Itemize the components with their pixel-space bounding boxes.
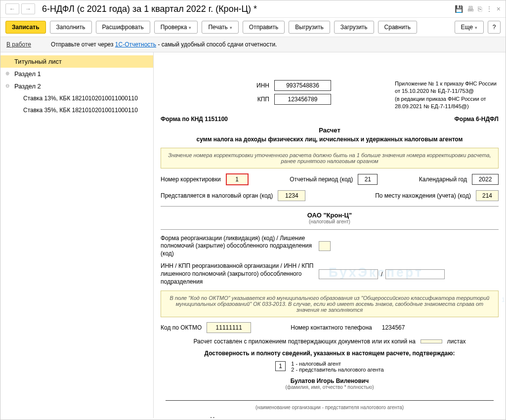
fill-button[interactable]: Заполнить bbox=[50, 21, 92, 34]
rep-org-sub: (наименование организации - представител… bbox=[161, 405, 499, 410]
compare-button[interactable]: Сравнить bbox=[378, 21, 417, 34]
location-field[interactable]: 214 bbox=[476, 190, 499, 201]
kpp-field[interactable]: 123456789 bbox=[274, 94, 331, 105]
phone-field[interactable]: 1234567 bbox=[382, 324, 405, 331]
location-label: По месту нахождения (учета) (код) bbox=[375, 192, 471, 199]
reorg-inn-label: ИНН / КПП реорганизованной организации /… bbox=[161, 262, 314, 286]
oktmo-note: В поле "Код по ОКТМО" указывается код му… bbox=[161, 291, 499, 317]
print-icon[interactable]: 🖶 bbox=[467, 5, 474, 13]
correction-field[interactable]: 1 bbox=[226, 173, 249, 185]
pages-label-pre: Расчет составлен с приложением подтвержд… bbox=[193, 338, 415, 345]
nav-back-button[interactable]: ← bbox=[5, 3, 19, 14]
tax-authority-label: Представляется в налоговый орган (код) bbox=[161, 192, 273, 199]
confirm-title: Достоверность и полноту сведений, указан… bbox=[161, 350, 499, 357]
form-title-1: Расчет bbox=[161, 126, 499, 134]
correction-note: Значение номера корректировки уточненног… bbox=[161, 148, 499, 168]
knd-code: Форма по КНД 1151100 bbox=[161, 116, 228, 123]
reporting-link[interactable]: 1С-Отчетность bbox=[115, 41, 156, 48]
kpp-label: КПП bbox=[254, 96, 269, 103]
org-sub: (налоговый агент) bbox=[161, 219, 499, 224]
tree-section-2[interactable]: ⊖Раздел 2 bbox=[0, 80, 153, 92]
pages-field[interactable] bbox=[421, 339, 442, 343]
appendix-text: Приложение № 1 к приказу ФНС России от 1… bbox=[395, 80, 499, 111]
oktmo-label: Код по ОКТМО bbox=[161, 324, 202, 331]
year-label: Календарный год bbox=[419, 176, 467, 183]
save-button[interactable]: Записать bbox=[5, 21, 46, 34]
check-button[interactable]: Проверка▾ bbox=[154, 21, 198, 34]
period-label: Отчетный период (код) bbox=[290, 176, 353, 183]
year-field[interactable]: 2022 bbox=[472, 174, 499, 185]
window-title: 6-НДФЛ (с 2021 года) за 1 квартал 2022 г… bbox=[42, 4, 455, 14]
inn-field[interactable]: 9937548836 bbox=[274, 80, 331, 91]
info-hint: Отправьте отчет через 1С-Отчетность - са… bbox=[51, 41, 277, 48]
confirm-code-field[interactable]: 1 bbox=[275, 361, 286, 371]
doc-title: Наименование и реквизиты документа, подт… bbox=[161, 416, 499, 418]
send-button[interactable]: Отправить bbox=[243, 21, 285, 34]
reorg-code-field[interactable] bbox=[319, 241, 331, 251]
reorg-inn-field[interactable] bbox=[319, 269, 378, 279]
nav-forward-button[interactable]: → bbox=[21, 3, 35, 14]
link-icon[interactable]: ⎘ bbox=[478, 5, 482, 13]
close-icon[interactable]: × bbox=[497, 5, 501, 13]
rep-org-line[interactable] bbox=[166, 394, 494, 401]
representative-sub: (фамилия, имя, отчество * полностью) bbox=[161, 384, 499, 390]
tree-title-page[interactable]: Титульный лист bbox=[0, 55, 153, 68]
correction-label: Номер корректировки bbox=[161, 176, 221, 183]
period-field[interactable]: 21 bbox=[358, 174, 378, 185]
tree-section-1[interactable]: ⊕Раздел 1 bbox=[0, 68, 153, 80]
menu-icon[interactable]: ⋮ bbox=[486, 5, 493, 13]
save-icon[interactable]: 💾 bbox=[455, 5, 463, 13]
decode-button[interactable]: Расшифровать bbox=[96, 21, 150, 34]
representative-name: Булатов Игорь Виленович bbox=[161, 378, 499, 384]
tree-section-2-rate35[interactable]: Ставка 35%, КБК 18210102010011000110 bbox=[0, 104, 153, 116]
collapse-icon[interactable]: ⊖ bbox=[5, 83, 9, 88]
print-button[interactable]: Печать▾ bbox=[202, 21, 238, 34]
confirm-options: 1 - налоговый агент 2 - представитель на… bbox=[291, 361, 383, 373]
phone-label: Номер контактного телефона bbox=[291, 324, 372, 331]
status-label[interactable]: В работе bbox=[6, 41, 31, 48]
org-name: ОАО "Крон-Ц" bbox=[161, 211, 499, 219]
oktmo-field[interactable]: 11111111 bbox=[207, 322, 251, 333]
form-title-2: сумм налога на доходы физических лиц, ис… bbox=[161, 136, 499, 143]
import-button[interactable]: Загрузить bbox=[334, 21, 374, 34]
expand-icon[interactable]: ⊕ bbox=[5, 71, 9, 76]
tax-authority-field[interactable]: 1234 bbox=[278, 190, 305, 201]
form-code: Форма 6-НДФЛ bbox=[455, 116, 499, 123]
reorg-label: Форма реорганизации (ликвидация) (код) /… bbox=[161, 235, 314, 258]
more-button[interactable]: Еще▾ bbox=[455, 21, 484, 34]
pages-label-post: листах bbox=[447, 338, 466, 345]
help-button[interactable]: ? bbox=[488, 21, 501, 34]
tree-section-2-rate13[interactable]: Ставка 13%, КБК 18210102010011000110 bbox=[0, 92, 153, 104]
sections-tree: Титульный лист ⊕Раздел 1 ⊖Раздел 2 Ставк… bbox=[0, 52, 154, 418]
form-content: БухЭксперт база ответов по учету в 1С ИН… bbox=[154, 52, 506, 418]
reorg-kpp-field[interactable] bbox=[385, 269, 445, 279]
inn-label: ИНН bbox=[254, 82, 269, 89]
export-button[interactable]: Выгрузить bbox=[289, 21, 330, 34]
